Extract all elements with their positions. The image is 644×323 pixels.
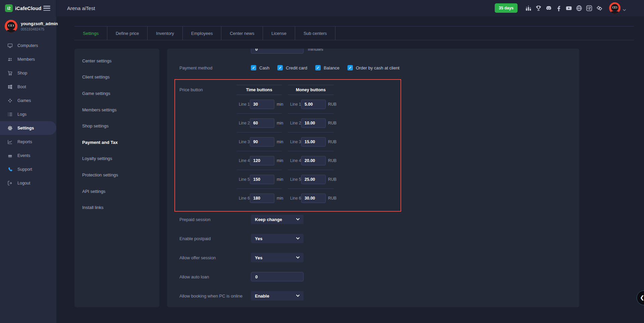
money-buttons-table: Money buttons Line 1 RUB Line 2 RUB Line…: [288, 85, 334, 208]
license-days-badge[interactable]: 35 days: [495, 3, 518, 13]
tab-define-price[interactable]: Define price: [107, 26, 148, 40]
sidebar-item-label: Logout: [17, 181, 30, 185]
prepaid-session-label: Prepaid session: [179, 215, 211, 224]
settings-nav-protection-settings[interactable]: Protection settings: [74, 167, 159, 183]
table-row: Line 3 min: [236, 132, 282, 151]
unit-label: min: [277, 140, 283, 144]
settings-nav-payment-and-tax[interactable]: Payment and Tax: [74, 134, 159, 151]
tab-sub-centers[interactable]: Sub centers: [295, 26, 335, 40]
sidebar-item-support[interactable]: Support: [0, 162, 56, 176]
allow-auto-loan-input[interactable]: [251, 272, 304, 281]
logout-icon: [7, 180, 13, 186]
time-line-3-input[interactable]: [250, 137, 274, 147]
windows-icon: [7, 84, 13, 90]
prepaid-session-select[interactable]: Keep change: [251, 215, 304, 224]
sidebar-item-members[interactable]: Members: [0, 52, 56, 66]
icafecloud-app-icon[interactable]: [586, 5, 592, 11]
sidebar-item-label: Computers: [17, 43, 38, 48]
money-line-3-input[interactable]: [301, 137, 326, 147]
time-line-4-input[interactable]: [250, 156, 274, 165]
checkbox-checked-icon: ✓: [347, 65, 353, 70]
workspaces-icon[interactable]: [596, 5, 603, 11]
money-line-4-input[interactable]: [301, 156, 326, 165]
enable-postpaid-select[interactable]: Yes: [251, 234, 304, 243]
settings-nav-client-settings[interactable]: Client settings: [74, 69, 159, 86]
chevron-down-icon: [296, 256, 300, 259]
sidebar-item-computers[interactable]: Computers: [0, 39, 56, 52]
table-row: Line 3 RUB: [288, 132, 334, 151]
unit-label: RUB: [328, 158, 336, 163]
settings-nav-game-settings[interactable]: Game settings: [74, 85, 159, 102]
checkbox-checked-icon: ✓: [277, 65, 283, 70]
unit-label: min: [277, 177, 283, 182]
monitor-icon: [7, 43, 13, 48]
settings-category-panel: Center settings Client settings Game set…: [74, 49, 159, 307]
time-line-1-input[interactable]: [250, 100, 274, 109]
allow-booking-select[interactable]: Enable: [251, 291, 304, 301]
money-line-2-input[interactable]: [301, 118, 326, 128]
checkbox-label: Order by cash at client: [356, 65, 399, 70]
tab-inventory[interactable]: Inventory: [148, 26, 182, 40]
checkbox-checked-icon: ✓: [251, 65, 256, 70]
settings-nav-members-settings[interactable]: Members settings: [74, 102, 159, 118]
table-row: Line 5 min: [236, 170, 282, 189]
sidebar-toggle-hamburger-icon[interactable]: [43, 6, 50, 11]
collapse-panel-button[interactable]: ❮: [637, 290, 644, 305]
settings-nav-api-settings[interactable]: API settings: [74, 183, 159, 200]
sidebar-item-label: Boot: [17, 85, 26, 89]
discord-icon[interactable]: [545, 5, 552, 11]
sidebar-item-logout[interactable]: Logout: [0, 176, 56, 190]
time-line-5-input[interactable]: [250, 175, 274, 184]
facebook-icon[interactable]: [556, 5, 562, 11]
money-line-1-input[interactable]: [301, 100, 326, 109]
money-line-6-input[interactable]: [301, 194, 326, 203]
tab-license[interactable]: License: [263, 26, 295, 40]
settings-nav-center-settings[interactable]: Center settings: [74, 53, 159, 69]
time-line-6-input[interactable]: [250, 194, 274, 203]
youtube-icon[interactable]: [566, 5, 572, 11]
tab-employees[interactable]: Employees: [183, 26, 221, 40]
checkbox-order-by-cash-at-client[interactable]: ✓ Order by cash at client: [347, 65, 399, 70]
unit-label: min: [277, 102, 283, 107]
time-line-2-input[interactable]: [250, 118, 274, 128]
settings-nav-install-links[interactable]: Install links: [74, 199, 159, 216]
select-value: Keep change: [255, 217, 282, 222]
checkbox-balance[interactable]: ✓ Balance: [315, 65, 339, 70]
money-line-5-input[interactable]: [301, 175, 326, 184]
sidebar-item-games[interactable]: Games: [0, 94, 56, 107]
user-block[interactable]: youngzsoft_admin 005193482475: [5, 20, 58, 33]
tab-settings[interactable]: Settings: [74, 26, 107, 40]
cart-icon: [7, 70, 13, 76]
list-icon: [7, 112, 13, 117]
line-label: Line 3: [290, 140, 301, 144]
account-menu-chevron-down-icon[interactable]: [623, 7, 626, 13]
user-name: youngzsoft_admin: [21, 21, 58, 26]
sidebar-item-reports[interactable]: Reports: [0, 135, 56, 149]
allow-offer-session-select[interactable]: Yes: [251, 253, 304, 262]
tab-center-news[interactable]: Center news: [221, 26, 263, 40]
table-row: Line 1 RUB: [288, 95, 334, 114]
clipped-minutes-input[interactable]: [251, 49, 304, 54]
sidebar-item-settings[interactable]: Settings: [0, 121, 56, 135]
sidebar-item-shop[interactable]: Shop: [0, 66, 56, 80]
unit-label: min: [277, 196, 283, 201]
payment-method-options: ✓ Cash ✓ Credit card ✓ Balance ✓ Order b…: [251, 63, 399, 72]
line-label: Line 2: [290, 121, 301, 125]
sidebar-item-events[interactable]: Events: [0, 149, 56, 162]
checkbox-cash[interactable]: ✓ Cash: [251, 65, 269, 70]
unit-label: RUB: [328, 196, 336, 201]
settings-nav-loyalty-settings[interactable]: Loyalty settings: [74, 151, 159, 167]
sidebar-item-boot[interactable]: Boot: [0, 80, 56, 94]
trophy-icon[interactable]: [535, 5, 542, 11]
checkbox-credit-card[interactable]: ✓ Credit card: [277, 65, 307, 70]
payment-method-label: Payment method: [179, 63, 212, 72]
sidebar-item-logs[interactable]: Logs: [0, 107, 56, 121]
globe-icon[interactable]: [576, 5, 582, 11]
ranking-icon[interactable]: [525, 5, 532, 11]
icafecloud-logo-icon: i2: [5, 4, 13, 12]
chevron-down-icon: [296, 294, 300, 297]
settings-nav-shop-settings[interactable]: Shop settings: [74, 118, 159, 134]
sidebar-user-avatar: [5, 20, 17, 33]
user-avatar[interactable]: [609, 2, 621, 14]
app-logo[interactable]: i2 iCafeCloud: [5, 0, 42, 16]
